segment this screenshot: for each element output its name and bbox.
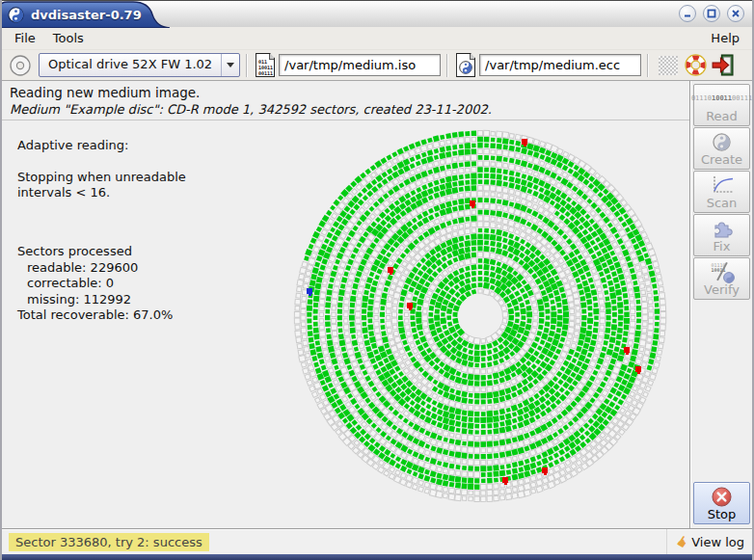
total-recoverable: Total recoverable: 67.0% (17, 307, 249, 324)
menubar: File Tools Help (2, 27, 752, 50)
toolbar-separator (647, 54, 649, 77)
scan-button-label: Scan (707, 197, 738, 209)
verify-button-label: Verify (704, 283, 740, 296)
quit-button[interactable] (709, 52, 736, 79)
curve-graph-icon (711, 174, 734, 196)
preferences-button-disabled (655, 52, 682, 79)
sector-spiral-visualization (291, 122, 677, 521)
drive-selector-value: Optical drive 52X FW 1.02 (40, 54, 221, 76)
window-title: dvdisaster-0.79 (31, 8, 142, 22)
view-log-label: View log (691, 535, 744, 549)
menu-help[interactable]: Help (702, 28, 748, 48)
reading-info-panel: Adaptive reading: Stopping when unreadab… (17, 138, 249, 324)
fix-button: Fix (693, 214, 750, 256)
maximize-button[interactable] (703, 5, 720, 22)
quit-door-icon (711, 53, 735, 77)
optical-disc-icon (8, 53, 33, 78)
status-line-2: Medium "Example disc": CD-R mode 1, 3425… (10, 100, 682, 117)
yin-yang-app-icon (8, 7, 24, 23)
sectors-processed-title: Sectors processed (17, 244, 249, 260)
scan-button: Scan (693, 171, 750, 213)
titlebar[interactable]: dvdisaster-0.79 (2, 0, 752, 27)
minimize-icon (683, 9, 692, 18)
image-file-input[interactable] (279, 54, 441, 76)
fix-button-label: Fix (714, 240, 731, 253)
close-icon (731, 9, 741, 18)
menu-file[interactable]: File (6, 28, 44, 48)
pointing-hand-icon: ☛ (673, 532, 692, 551)
action-sidebar: 01110 10011 00111 Read Create (690, 81, 752, 528)
window-bottom-border (2, 554, 752, 560)
binary-read-icon: 01110 10011 00111 (691, 88, 752, 109)
stopping-condition-line2: intervals < 16. (17, 185, 249, 201)
binary-check-icon: 01110 10011 (712, 261, 733, 282)
sectors-readable: readable: 229600 (17, 260, 249, 277)
sectors-missing: missing: 112992 (17, 292, 249, 308)
yin-yang-icon (713, 131, 731, 152)
drive-selector-arrow[interactable] (221, 54, 239, 76)
lifebelt-help-icon (684, 53, 708, 77)
chevron-down-icon (227, 63, 234, 67)
toolbar: Optical drive 52X FW 1.02 0111001100111 (2, 50, 752, 81)
stop-button-label: Stop (708, 508, 737, 520)
stopping-condition-line1: Stopping when unreadable (17, 170, 249, 186)
stop-button[interactable]: Stop (693, 482, 750, 524)
toolbar-separator (446, 54, 448, 77)
reading-content: Adaptive reading: Stopping when unreadab… (2, 120, 689, 528)
ecc-file-input[interactable] (479, 54, 641, 76)
help-button[interactable] (682, 52, 709, 79)
reading-mode-label: Adaptive reading: (17, 138, 249, 154)
statusbar: Sector 333680, try 2: success ☛ View log (2, 528, 752, 554)
status-heading: Reading new medium image. Medium "Exampl… (2, 81, 689, 120)
verify-button: 01110 10011 Verify (693, 257, 750, 300)
ecc-yinyang-file-icon (456, 53, 475, 77)
iso-binary-file-icon: 0111001100111 (256, 53, 275, 77)
menu-tools[interactable]: Tools (44, 28, 93, 48)
close-button[interactable] (727, 5, 744, 22)
toolbar-separator (246, 54, 248, 77)
maximize-icon (707, 9, 716, 18)
main-panel: Reading new medium image. Medium "Exampl… (2, 81, 690, 528)
status-line-1: Reading new medium image. (10, 85, 682, 100)
sectors-correctable: correctable: 0 (17, 276, 249, 292)
view-log-button[interactable]: ☛ View log (666, 529, 752, 554)
create-button-label: Create (701, 153, 742, 166)
drive-selector[interactable]: Optical drive 52X FW 1.02 (39, 53, 240, 77)
preferences-icon (659, 56, 678, 75)
minimize-button[interactable] (679, 5, 696, 22)
read-button-label: Read (706, 110, 738, 122)
puzzle-piece-icon (712, 218, 733, 239)
create-button: Create (693, 127, 750, 170)
status-message: Sector 333680, try 2: success (9, 533, 209, 551)
read-button: 01110 10011 00111 Read (693, 84, 750, 126)
stop-x-icon (712, 486, 732, 507)
app-window: dvdisaster-0.79 File Tools Help Optical … (0, 0, 754, 560)
